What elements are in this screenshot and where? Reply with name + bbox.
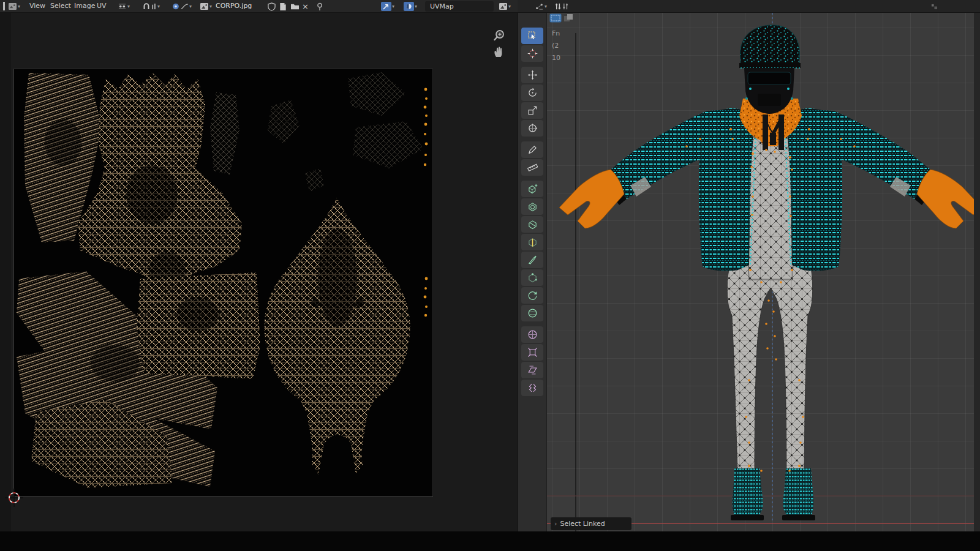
character-boot-left	[733, 468, 763, 516]
editor-corner-widget[interactable]	[931, 2, 938, 11]
chevron-down-icon: ▾	[209, 4, 212, 9]
tool-edge-slide[interactable]	[521, 326, 543, 343]
tool-rip-region[interactable]	[521, 380, 543, 396]
character-boot-right	[783, 468, 813, 516]
pivot-point-dropdown-3d[interactable]: ▾	[535, 2, 547, 11]
menu-view[interactable]: View	[29, 2, 45, 10]
window-edge-bar	[3, 2, 5, 10]
chevron-down-icon: ▾	[18, 4, 20, 9]
operator-panel[interactable]: › Select Linked	[551, 517, 631, 530]
scene-graphic	[547, 13, 980, 531]
tool-loop-cut[interactable]	[521, 234, 543, 250]
character-pants	[727, 252, 812, 471]
tool-knife[interactable]	[521, 252, 543, 268]
chevron-down-icon: ▾	[545, 4, 547, 9]
select-mode-secondary-icon[interactable]	[564, 13, 574, 23]
chevron-down-icon: ▾	[157, 4, 160, 9]
chevron-down-icon: ▾	[392, 4, 394, 9]
tool-transform[interactable]	[521, 120, 543, 137]
tool-measure[interactable]	[521, 159, 543, 176]
bottom-black-bar	[0, 531, 980, 551]
uv-2d-cursor[interactable]	[5, 489, 23, 507]
browse-image-button[interactable]: ▾	[200, 2, 212, 11]
viewport-info-line-2: (2	[552, 40, 560, 52]
right-edge-panel	[974, 13, 980, 531]
chevron-down-icon: ▾	[508, 4, 511, 9]
chevron-down-icon: ▾	[127, 4, 130, 9]
tool-extrude-region[interactable]	[521, 181, 543, 197]
uv-orange-markers	[424, 88, 428, 317]
select-mode-buttons	[549, 13, 574, 23]
chevron-right-icon: ›	[554, 520, 557, 528]
tool-cursor[interactable]	[521, 45, 543, 62]
snapping-dropdown[interactable]: ▾	[142, 2, 160, 11]
pan-gizmo[interactable]	[492, 45, 505, 59]
uv-image-canvas[interactable]	[13, 69, 433, 497]
fake-user-shield-icon[interactable]	[268, 2, 276, 11]
tool-spin[interactable]	[521, 287, 543, 304]
tool-annotate[interactable]	[521, 141, 543, 158]
viewport-3d[interactable]: Fn (2 10 › Select Linked	[547, 13, 980, 531]
uv-island-strip-small	[210, 92, 239, 174]
unlink-image-icon[interactable]: ×	[302, 2, 309, 11]
tool-rotate[interactable]	[521, 84, 543, 101]
proportional-editing-dropdown[interactable]: ▾	[172, 2, 192, 11]
chevron-down-icon: ▾	[415, 4, 417, 9]
uv-map-name-field[interactable]: UVMap	[425, 1, 494, 12]
menu-uv[interactable]: UV	[97, 2, 107, 10]
new-image-icon[interactable]	[279, 2, 287, 11]
tool-shrink-fatten[interactable]	[521, 344, 543, 361]
proportional-editing-3d-icons[interactable]	[554, 2, 570, 11]
menu-image[interactable]: Image	[74, 2, 95, 10]
character-model	[559, 25, 980, 520]
open-image-folder-icon[interactable]	[290, 2, 300, 11]
image-name[interactable]: CORPO.jpg	[216, 2, 252, 10]
character-glove-right	[917, 170, 980, 228]
character-glove-left	[559, 170, 624, 228]
uv-editor-area[interactable]	[0, 13, 518, 531]
zoom-gizmo[interactable]	[492, 29, 506, 42]
tool-poly-build[interactable]	[521, 269, 543, 286]
select-mode-primary-icon[interactable]	[549, 13, 562, 23]
viewport-toolbar	[518, 13, 547, 531]
tool-shear[interactable]	[521, 362, 543, 378]
tool-select-box[interactable]	[521, 28, 543, 44]
uv-left-margin	[0, 13, 11, 531]
tool-scale[interactable]	[521, 102, 543, 119]
editor-type-button[interactable]: ▾	[8, 2, 20, 11]
viewport-info-line-3: 10	[552, 52, 560, 64]
operator-label: Select Linked	[560, 520, 605, 528]
overlay-toggle[interactable]: ▾	[404, 2, 417, 11]
tool-inset-faces[interactable]	[521, 198, 543, 215]
tool-move[interactable]	[521, 67, 543, 83]
tool-bevel[interactable]	[521, 216, 543, 233]
character-cap	[740, 25, 799, 67]
pin-icon[interactable]	[316, 2, 323, 11]
uv-editor-header: ▾ View Select Image UV ▾ ▾ ▾ ▾ CORPO.jpg…	[0, 0, 518, 13]
viewport-info-text: Fn (2 10	[552, 28, 560, 64]
viewport-header: ▾	[518, 0, 980, 13]
pivot-point-dropdown[interactable]: ▾	[118, 2, 130, 11]
chevron-down-icon: ▾	[189, 4, 192, 9]
uv-islands-graphic	[14, 69, 434, 498]
browse-uvmap-button[interactable]: ▾	[499, 2, 511, 11]
viewport-info-line-1: Fn	[552, 28, 560, 40]
uv-islands-scattered	[268, 72, 423, 192]
tool-smooth[interactable]	[521, 305, 543, 321]
uv-sync-toggle[interactable]: ▾	[381, 2, 394, 11]
menu-select[interactable]: Select	[50, 2, 71, 10]
